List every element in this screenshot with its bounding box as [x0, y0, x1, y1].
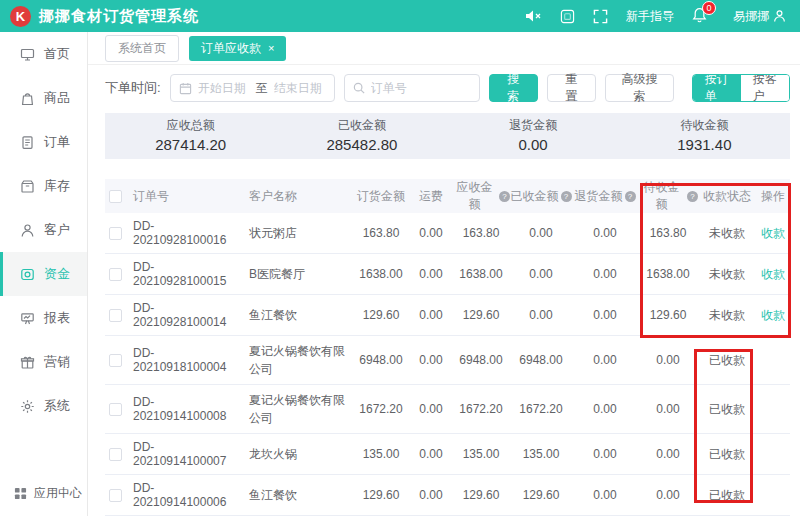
cell-order-no: DD-20210928100014 — [125, 301, 247, 329]
sidebar-item-home[interactable]: 首页 — [0, 32, 87, 76]
fullscreen-icon[interactable] — [593, 9, 608, 24]
cell-order-no: DD-20210928100016 — [125, 219, 247, 247]
sidebar-item-reports[interactable]: 报表 — [0, 296, 87, 340]
main-content: 系统首页 订单应收款 × 下单时间: 至 — [88, 32, 800, 516]
stat-value: 285482.80 — [276, 134, 447, 157]
stat-total-receivable: 应收总额 287414.20 — [105, 116, 276, 157]
lock-screen-icon[interactable] — [560, 9, 575, 24]
sidebar-item-funds[interactable]: 资金 — [0, 252, 87, 296]
header-refund: 退货金额 ? — [572, 188, 638, 205]
search-button[interactable]: 搜索 — [489, 74, 538, 102]
row-checkbox[interactable] — [109, 354, 122, 367]
cell-receivable: 129.60 — [452, 308, 510, 322]
sidebar-item-products[interactable]: 商品 — [0, 76, 87, 120]
select-all-checkbox[interactable] — [109, 190, 122, 203]
app-logo-icon: K — [10, 6, 31, 27]
cell-freight: 0.00 — [410, 267, 452, 281]
cell-amount: 163.80 — [352, 226, 410, 240]
info-icon[interactable]: ? — [561, 191, 572, 202]
info-icon[interactable]: ? — [687, 191, 698, 202]
end-date-input[interactable] — [274, 81, 326, 95]
collect-payment-link[interactable]: 收款 — [761, 308, 785, 322]
mute-speaker-icon[interactable] — [525, 9, 542, 23]
tab-close-icon[interactable]: × — [268, 43, 274, 54]
cell-customer: 鱼江餐饮 — [247, 486, 352, 504]
order-number-search[interactable] — [344, 74, 480, 102]
home-icon — [20, 47, 35, 62]
cell-amount: 129.60 — [352, 308, 410, 322]
row-checkbox[interactable] — [109, 309, 122, 322]
cell-received: 135.00 — [510, 447, 572, 461]
table-row: DD-20210918100004 夏记火锅餐饮有限公司 6948.00 0.0… — [105, 336, 790, 385]
tab-order-receivables[interactable]: 订单应收款 × — [189, 36, 286, 61]
cell-customer: 状元粥店 — [247, 224, 352, 242]
stat-pending: 待收金额 1931.40 — [619, 116, 790, 157]
stat-received: 已收金额 285482.80 — [276, 116, 447, 157]
cell-customer: 夏记火锅餐饮有限公司 — [247, 342, 352, 378]
header-label: 退货金额 — [575, 188, 623, 205]
collect-payment-link[interactable]: 收款 — [761, 226, 785, 240]
cell-order-no: DD-20210918100004 — [125, 346, 247, 374]
cell-received: 129.60 — [510, 488, 572, 502]
header-freight: 运费 — [410, 188, 452, 205]
date-range-picker[interactable]: 至 — [170, 74, 335, 102]
cell-pending: 0.00 — [638, 447, 698, 461]
header-label: 待收金额 — [638, 179, 685, 213]
cell-pending: 129.60 — [638, 308, 698, 322]
row-checkbox[interactable] — [109, 268, 122, 281]
reset-button[interactable]: 重置 — [547, 74, 596, 102]
header-label: 已收金额 — [511, 188, 559, 205]
chart-board-icon — [20, 311, 35, 326]
cell-order-no: DD-20210914100007 — [125, 440, 247, 468]
app-center-label: 应用中心 — [34, 485, 82, 502]
cell-refund: 0.00 — [572, 402, 638, 416]
tab-system-home[interactable]: 系统首页 — [105, 35, 179, 62]
sidebar-item-orders[interactable]: 订单 — [0, 120, 87, 164]
cell-receivable: 6948.00 — [452, 353, 510, 367]
advanced-search-button[interactable]: 高级搜索 — [605, 74, 674, 102]
cell-freight: 0.00 — [410, 488, 452, 502]
stat-label: 退货金额 — [448, 116, 619, 134]
collect-payment-link[interactable]: 收款 — [761, 267, 785, 281]
topbar: K 挪挪食材订货管理系统 新手指导 0 — [0, 0, 800, 32]
info-icon[interactable]: ? — [625, 191, 636, 202]
app-center-link[interactable]: 应用中心 — [14, 485, 82, 502]
sidebar-item-inventory[interactable]: 库存 — [0, 164, 87, 208]
cell-receivable: 1638.00 — [452, 267, 510, 281]
by-customer-segment[interactable]: 按客户 — [741, 75, 789, 101]
user-menu[interactable]: 易挪挪 — [733, 8, 786, 25]
view-mode-toggle: 按订单 按客户 — [692, 74, 790, 102]
cell-received: 0.00 — [510, 267, 572, 281]
sidebar-item-marketing[interactable]: 营销 — [0, 340, 87, 384]
cell-pending: 0.00 — [638, 488, 698, 502]
row-checkbox[interactable] — [109, 403, 122, 416]
row-checkbox[interactable] — [109, 227, 122, 240]
cell-amount: 6948.00 — [352, 353, 410, 367]
header-status: 收款状态 — [698, 188, 756, 205]
table-row: DD-20210914100008 夏记火锅餐饮有限公司 1672.20 0.0… — [105, 385, 790, 434]
stat-value: 287414.20 — [105, 134, 276, 157]
cell-amount: 135.00 — [352, 447, 410, 461]
header-label: 应收金额 — [452, 179, 497, 213]
stat-value: 1931.40 — [619, 134, 790, 157]
notification-bell[interactable]: 0 — [692, 7, 707, 26]
info-icon[interactable]: ? — [499, 191, 510, 202]
cell-freight: 0.00 — [410, 308, 452, 322]
sidebar-item-system[interactable]: 系统 — [0, 384, 87, 428]
gear-icon — [20, 399, 35, 414]
order-number-input[interactable] — [371, 81, 471, 95]
row-checkbox[interactable] — [109, 489, 122, 502]
row-checkbox[interactable] — [109, 448, 122, 461]
cell-freight: 0.00 — [410, 402, 452, 416]
start-date-input[interactable] — [198, 81, 250, 95]
sidebar-item-customers[interactable]: 客户 — [0, 208, 87, 252]
by-order-segment[interactable]: 按订单 — [693, 75, 741, 101]
cell-refund: 0.00 — [572, 226, 638, 240]
newbie-guide-link[interactable]: 新手指导 — [626, 8, 674, 25]
page: K 挪挪食材订货管理系统 新手指导 0 — [0, 0, 800, 516]
cell-pending: 0.00 — [638, 353, 698, 367]
cell-status: 未收款 — [698, 225, 756, 242]
tab-bar: 系统首页 订单应收款 × — [88, 32, 800, 65]
cell-amount: 1672.20 — [352, 402, 410, 416]
cell-customer: B医院餐厅 — [247, 265, 352, 283]
